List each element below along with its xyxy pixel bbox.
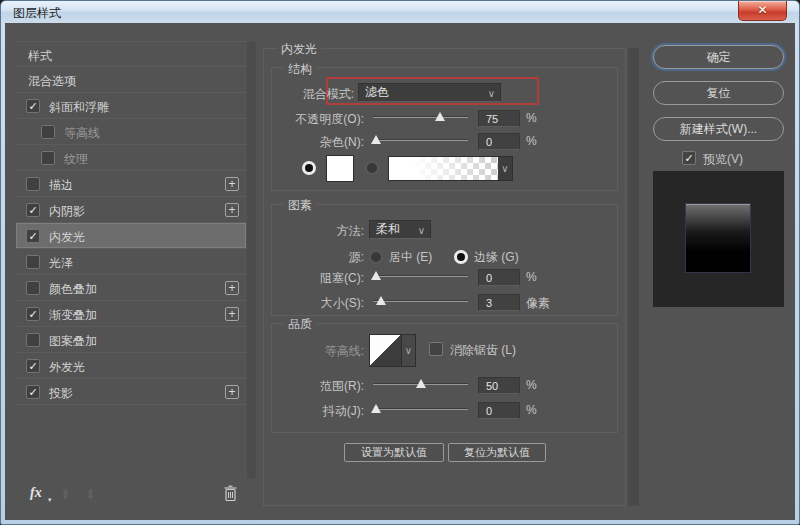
- check-icon: ✓: [684, 152, 693, 164]
- source-center-radio[interactable]: [369, 250, 383, 264]
- check-icon: ✓: [28, 204, 37, 216]
- gradient-chevron-icon[interactable]: ∨: [498, 157, 512, 180]
- antialias-label[interactable]: 消除锯齿 (L): [450, 342, 516, 359]
- source-edge-radio[interactable]: [454, 250, 468, 264]
- choke-slider[interactable]: [373, 270, 468, 282]
- sidebar-item-10[interactable]: ✓渐变叠加+: [16, 301, 246, 327]
- technique-dropdown[interactable]: 柔和 ∨: [369, 220, 431, 239]
- opacity-slider[interactable]: [373, 111, 468, 123]
- sidebar-item-1[interactable]: 混合选项: [16, 67, 246, 93]
- blend-mode-dropdown[interactable]: 滤色 ∨: [358, 83, 501, 102]
- preview-checkbox[interactable]: ✓: [682, 151, 696, 165]
- glow-color-swatch[interactable]: [326, 155, 354, 182]
- reset-button[interactable]: 复位: [653, 81, 784, 105]
- jitter-slider[interactable]: [373, 403, 468, 415]
- sidebar-item-6[interactable]: ✓内阴影+: [16, 197, 246, 223]
- contour-chevron-icon[interactable]: ∨: [402, 334, 416, 367]
- sidebar-item-label: 样式: [28, 48, 52, 65]
- size-slider-thumb[interactable]: [376, 296, 386, 305]
- jitter-field[interactable]: [478, 402, 520, 419]
- move-effect-up-icon[interactable]: ⬆: [60, 487, 71, 502]
- window-title: 图层样式: [13, 5, 61, 22]
- effect-checkbox[interactable]: ✓: [26, 307, 40, 321]
- sidebar-item-4[interactable]: ✓纹理: [16, 145, 246, 171]
- preview-label[interactable]: 预览(V): [703, 151, 743, 168]
- panel-scrollbar[interactable]: [628, 48, 639, 506]
- new-style-button[interactable]: 新建样式(W)...: [653, 117, 784, 141]
- size-field[interactable]: [478, 294, 520, 311]
- move-effect-down-icon[interactable]: ⬇: [85, 487, 96, 502]
- noise-field[interactable]: [478, 133, 520, 150]
- range-slider[interactable]: [373, 378, 468, 390]
- effect-checkbox[interactable]: ✓: [26, 359, 40, 373]
- effect-checkbox[interactable]: ✓: [26, 385, 40, 399]
- sidebar-item-9[interactable]: ✓颜色叠加+: [16, 275, 246, 301]
- sidebar-item-label: 图案叠加: [49, 333, 97, 350]
- sidebar-item-11[interactable]: ✓图案叠加: [16, 327, 246, 353]
- sidebar-item-label: 纹理: [64, 151, 88, 168]
- plus-icon[interactable]: +: [225, 307, 239, 321]
- range-field[interactable]: [478, 377, 520, 394]
- sidebar-item-label: 渐变叠加: [49, 307, 97, 324]
- antialias-checkbox[interactable]: ✓: [429, 342, 443, 356]
- plus-icon[interactable]: +: [225, 203, 239, 217]
- glow-gradient-radio[interactable]: [365, 161, 379, 175]
- sidebar-item-3[interactable]: ✓等高线: [16, 119, 246, 145]
- glow-gradient-picker[interactable]: ∨: [388, 156, 513, 181]
- ok-button[interactable]: 确定: [653, 45, 784, 69]
- make-default-button[interactable]: 设置为默认值: [344, 443, 444, 462]
- effect-checkbox[interactable]: ✓: [41, 125, 55, 139]
- reset-default-button[interactable]: 复位为默认值: [448, 443, 546, 462]
- close-icon: ✕: [757, 3, 767, 17]
- source-center-label[interactable]: 居中 (E): [389, 249, 432, 266]
- check-icon: ✓: [28, 230, 37, 242]
- sidebar-item-0[interactable]: 样式: [16, 41, 246, 67]
- effect-checkbox[interactable]: ✓: [26, 255, 40, 269]
- sidebar-item-12[interactable]: ✓外发光: [16, 353, 246, 379]
- range-slider-thumb[interactable]: [416, 379, 426, 388]
- opacity-field[interactable]: [478, 110, 520, 127]
- check-icon: ✓: [28, 308, 37, 320]
- gradient-preview: [389, 157, 512, 180]
- sidebar-item-label: 内阴影: [49, 203, 85, 220]
- plus-icon[interactable]: +: [225, 385, 239, 399]
- slider-track: [373, 275, 468, 277]
- sidebar-item-label: 光泽: [49, 255, 73, 272]
- contour-picker[interactable]: [369, 334, 402, 367]
- sidebar-item-5[interactable]: ✓描边+: [16, 171, 246, 197]
- sidebar-item-7[interactable]: ✓内发光: [16, 223, 246, 249]
- delete-effect-icon[interactable]: [223, 485, 238, 506]
- plus-icon[interactable]: +: [225, 177, 239, 191]
- glow-color-radio[interactable]: [302, 161, 316, 175]
- title-bar[interactable]: 图层样式 ✕: [1, 1, 799, 23]
- close-button[interactable]: ✕: [738, 1, 787, 21]
- sidebar-item-13[interactable]: ✓投影+: [16, 379, 246, 405]
- check-icon: ✓: [28, 360, 37, 372]
- sidebar-item-2[interactable]: ✓斜面和浮雕: [16, 93, 246, 119]
- effect-checkbox[interactable]: ✓: [41, 151, 55, 165]
- size-slider[interactable]: [373, 295, 468, 307]
- source-edge-label[interactable]: 边缘 (G): [474, 249, 519, 266]
- noise-slider-thumb[interactable]: [371, 135, 381, 144]
- choke-slider-thumb[interactable]: [371, 271, 381, 280]
- effect-checkbox[interactable]: ✓: [26, 99, 40, 113]
- effect-checkbox[interactable]: ✓: [26, 333, 40, 347]
- structure-title: 结构: [284, 61, 316, 78]
- effect-checkbox[interactable]: ✓: [26, 203, 40, 217]
- effect-checkbox[interactable]: ✓: [26, 281, 40, 295]
- sidebar-item-label: 投影: [49, 385, 73, 402]
- quality-title: 品质: [284, 316, 316, 333]
- choke-label: 阻塞(C):: [254, 270, 364, 287]
- panel-title: 内发光: [277, 41, 321, 58]
- effect-checkbox[interactable]: ✓: [26, 229, 40, 243]
- sidebar-item-label: 混合选项: [28, 73, 76, 90]
- noise-slider[interactable]: [373, 134, 468, 146]
- fx-menu-button[interactable]: fx: [30, 485, 42, 501]
- opacity-slider-thumb[interactable]: [435, 112, 445, 121]
- jitter-slider-thumb[interactable]: [371, 404, 381, 413]
- choke-field[interactable]: [478, 269, 520, 286]
- effect-checkbox[interactable]: ✓: [26, 177, 40, 191]
- dialog-content: 样式混合选项✓斜面和浮雕✓等高线✓纹理✓描边+✓内阴影+✓内发光✓光泽✓颜色叠加…: [5, 23, 795, 520]
- sidebar-item-8[interactable]: ✓光泽: [16, 249, 246, 275]
- plus-icon[interactable]: +: [225, 281, 239, 295]
